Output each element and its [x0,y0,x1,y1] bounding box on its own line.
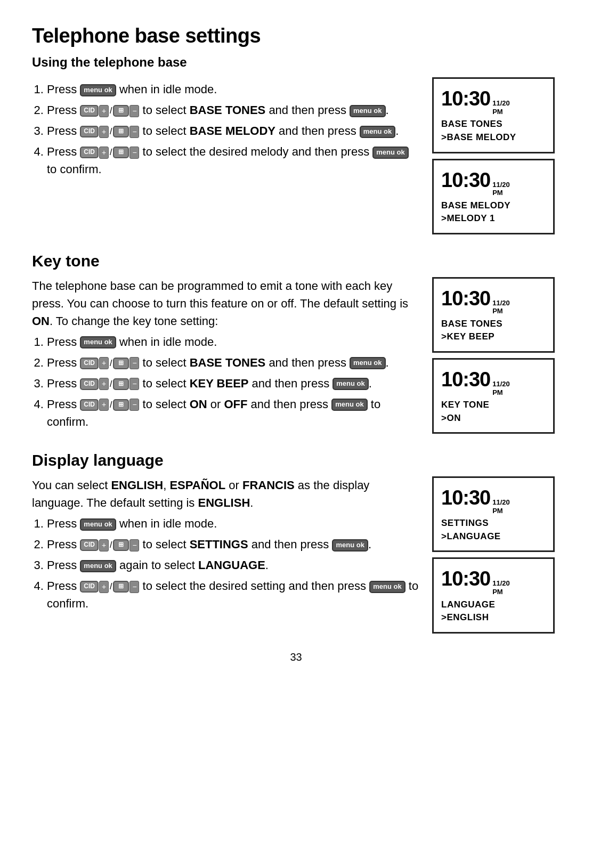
step-kt-4: Press CID+/⊞− to select ON or OFF and th… [47,395,421,431]
screen-clock-6: 10:30 [441,564,490,594]
step-kt-2b: Press CID+/⊞− to select KEY BEEP and the… [47,375,421,392]
book-button-7[interactable]: ⊞ [113,539,129,551]
minus-button-7[interactable]: − [129,539,139,551]
screen-time-6: 10:30 11/20 PM [441,564,546,596]
plus-button-5[interactable]: + [99,378,109,390]
base-tones-label-2: BASE TONES [190,356,266,369]
screen-line1-4: KEY TONE [441,399,546,412]
screen-key-tone: 10:30 11/20 PM KEY TONE >ON [432,358,555,434]
screen-time-4: 10:30 11/20 PM [441,365,546,396]
menu-ok-button-9[interactable]: menu ok [80,518,116,531]
cid-button-1[interactable]: CID [80,105,99,117]
menu-ok-button-10[interactable]: menu ok [332,539,368,551]
screen-settings: 10:30 11/20 PM SETTINGS >LANGUAGE [432,476,555,552]
minus-button-5[interactable]: − [129,378,139,390]
display-language-description: You can select ENGLISH, ESPAÑOL or FRANC… [32,476,421,512]
step-dl-2: Press CID+/⊞− to select SETTINGS and the… [47,536,421,553]
slash-5: / [110,378,112,391]
menu-ok-button-12[interactable]: menu ok [369,581,405,593]
screen-line2-1: >BASE MELODY [441,131,546,144]
display-language-screens: 10:30 11/20 PM SETTINGS >LANGUAGE 10:30 … [432,476,560,634]
cid-plus-book-minus-group-1: CID+/⊞− [80,104,139,117]
screen-time-2: 10:30 11/20 PM [441,166,546,197]
book-button-1[interactable]: ⊞ [113,105,129,117]
slash-8: / [110,580,112,593]
book-button-6[interactable]: ⊞ [113,399,129,411]
minus-button-6[interactable]: − [129,399,139,411]
step-tb-2b: Press CID+/⊞− to select BASE MELODY and … [47,122,421,140]
menu-ok-button-7[interactable]: menu ok [333,378,368,390]
menu-ok-button-11[interactable]: menu ok [80,560,116,572]
screen-date-5: 11/20 PM [492,498,510,515]
step-tb-1: Press menu ok when in idle mode. [47,80,421,98]
step-dl-3: Press menu ok again to select LANGUAGE. [47,556,421,574]
menu-ok-button-6[interactable]: menu ok [350,357,385,369]
slash-4: / [110,357,112,370]
cid-button-8[interactable]: CID [80,581,99,593]
step-dl-1: Press menu ok when in idle mode. [47,515,421,532]
book-button-4[interactable]: ⊞ [113,358,129,369]
page-title: Telephone base settings [32,21,560,51]
default-english-label: ENGLISH [198,496,250,509]
plus-button-2[interactable]: + [99,126,109,138]
plus-button-7[interactable]: + [99,539,109,551]
screen-time-1: 10:30 11/20 PM [441,84,546,116]
plus-button-8[interactable]: + [99,581,109,593]
telephone-base-steps: Press menu ok when in idle mode. Press C… [32,80,421,178]
off-label: OFF [224,398,247,411]
screen-date-4: 11/20 PM [492,380,510,396]
plus-button-3[interactable]: + [99,147,109,159]
menu-ok-button-5[interactable]: menu ok [80,336,116,348]
minus-button-1[interactable]: − [129,105,139,117]
menu-ok-button-3[interactable]: menu ok [360,126,395,138]
screen-clock-2: 10:30 [441,166,490,195]
cid-button-5[interactable]: CID [80,378,99,390]
on-label: ON [190,398,207,411]
screen-line2-4: >ON [441,412,546,425]
minus-button-4[interactable]: − [129,357,139,369]
cid-plus-book-minus-group-7: CID+/⊞− [80,539,139,551]
screen-clock-4: 10:30 [441,365,490,394]
cid-plus-book-minus-group-8: CID+/⊞− [80,580,139,593]
book-button-2[interactable]: ⊞ [113,126,129,137]
cid-button-2[interactable]: CID [80,126,99,137]
book-button-3[interactable]: ⊞ [113,147,129,158]
screen-date-2: 11/20 PM [492,181,510,197]
section-telephone-base: Press menu ok when in idle mode. Press C… [32,77,560,234]
plus-button-1[interactable]: + [99,105,109,117]
cid-plus-book-minus-group-3: CID+/⊞− [80,146,139,159]
section-key-tone: The telephone base can be programmed to … [32,277,560,434]
cid-button-3[interactable]: CID [80,147,99,158]
screen-date-3: 11/20 PM [492,299,510,315]
screen-clock-3: 10:30 [441,284,490,313]
step-kt-2a: Press CID+/⊞− to select BASE TONES and t… [47,354,421,371]
step-tb-3: Press CID+/⊞− to select the desired melo… [47,143,421,178]
plus-button-6[interactable]: + [99,399,109,411]
minus-button-8[interactable]: − [129,581,139,593]
cid-button-7[interactable]: CID [80,539,99,551]
menu-ok-button-2[interactable]: menu ok [350,105,385,117]
key-tone-screens: 10:30 11/20 PM BASE TONES >KEY BEEP 10:3… [432,277,560,434]
menu-ok-button-8[interactable]: menu ok [331,399,367,411]
book-button-8[interactable]: ⊞ [113,581,129,593]
cid-plus-book-minus-group-4: CID+/⊞− [80,357,139,370]
cid-button-6[interactable]: CID [80,399,99,411]
cid-plus-book-minus-group-2: CID+/⊞− [80,125,139,138]
screen-line2-5: >LANGUAGE [441,530,546,543]
key-tone-default: ON [32,314,50,328]
slash-7: / [110,539,112,551]
minus-button-3[interactable]: − [129,147,139,159]
menu-ok-button-4[interactable]: menu ok [372,147,408,159]
cid-plus-book-minus-group-5: CID+/⊞− [80,378,139,391]
display-language-instructions: You can select ENGLISH, ESPAÑOL or FRANC… [32,476,421,615]
book-button-5[interactable]: ⊞ [113,378,129,390]
minus-button-2[interactable]: − [129,126,139,138]
cid-button-4[interactable]: CID [80,358,99,369]
screen-date-1: 11/20 PM [492,99,510,116]
menu-ok-button-1[interactable]: menu ok [80,84,116,96]
key-tone-title: Key tone [32,249,560,273]
screen-date-6: 11/20 PM [492,579,510,596]
plus-button-4[interactable]: + [99,357,109,369]
slash-1: / [110,104,112,117]
screen-clock-5: 10:30 [441,483,490,513]
